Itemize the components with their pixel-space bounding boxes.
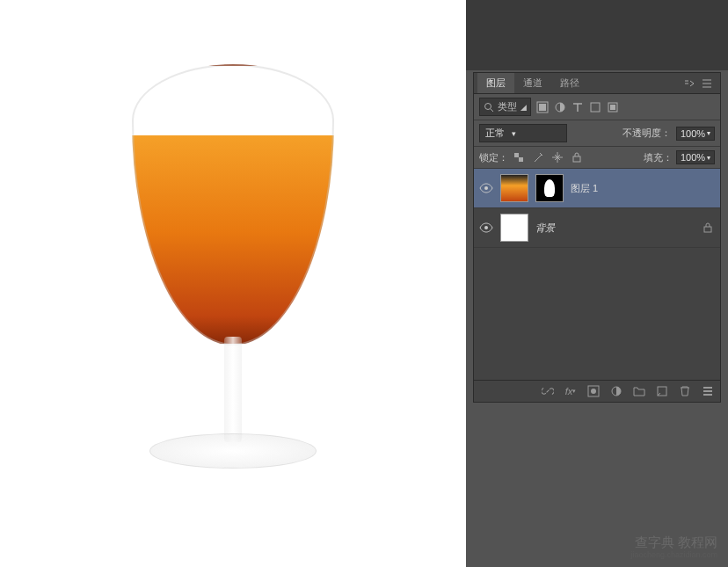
glass-stem (224, 337, 242, 442)
visibility-toggle[interactable] (479, 221, 493, 235)
svg-point-14 (591, 389, 596, 394)
layers-panel: 图层 通道 路径 类型 ◢ (473, 72, 721, 403)
lock-indicator-icon (703, 222, 715, 233)
new-group-icon[interactable] (632, 384, 646, 398)
filter-search[interactable]: 类型 ◢ (479, 98, 531, 116)
add-mask-icon[interactable] (586, 384, 601, 398)
new-adjustment-icon[interactable] (609, 384, 623, 398)
svg-rect-18 (703, 390, 712, 392)
svg-rect-19 (703, 394, 712, 396)
blend-opacity-row: 正常 不透明度： 100% (474, 120, 720, 147)
lock-label: 锁定： (479, 151, 508, 164)
svg-point-11 (484, 226, 488, 229)
glass-bowl (132, 64, 334, 345)
search-icon (484, 102, 494, 113)
fill-label: 填充： (644, 151, 673, 164)
blend-mode-value: 正常 (485, 127, 505, 140)
delete-layer-icon[interactable] (678, 384, 692, 398)
svg-rect-17 (703, 387, 712, 389)
filter-row: 类型 ◢ (474, 94, 720, 120)
filter-adjustment-icon[interactable] (554, 101, 566, 113)
visibility-toggle[interactable] (479, 181, 493, 195)
filter-type-icon[interactable] (571, 101, 584, 113)
filter-smart-icon[interactable] (607, 101, 619, 113)
layer-effects-icon[interactable]: fx▾ (564, 384, 578, 398)
lock-row: 锁定： 填充： 100% (474, 147, 720, 169)
panels-sidebar: 图层 通道 路径 类型 ◢ (466, 0, 728, 567)
watermark-sub: jiaocheng.chazidian.com (630, 550, 717, 560)
fill-value: 100% (681, 152, 705, 163)
svg-rect-8 (519, 157, 523, 162)
tab-layers[interactable]: 图层 (477, 73, 514, 93)
lock-pixels-icon[interactable] (531, 150, 545, 164)
filter-pixel-icon[interactable] (536, 101, 549, 113)
layer-row[interactable]: 图层 1 (474, 169, 720, 208)
svg-rect-12 (704, 227, 711, 232)
layer-thumbnail[interactable] (500, 174, 528, 202)
layers-bottom-toolbar: fx▾ (474, 380, 720, 402)
bottom-menu-icon[interactable] (701, 384, 715, 398)
watermark: 查字典 教程网 jiaocheng.chazidian.com (630, 534, 717, 560)
tab-paths[interactable]: 路径 (551, 73, 588, 93)
top-dark-area (466, 0, 728, 70)
fill-input[interactable]: 100% (676, 150, 715, 164)
svg-rect-4 (591, 103, 600, 112)
layer-name[interactable]: 背景 (535, 222, 695, 235)
blend-mode-dropdown[interactable]: 正常 (479, 124, 567, 142)
watermark-main: 查字典 教程网 (630, 534, 717, 550)
layer-name[interactable]: 图层 1 (571, 182, 715, 195)
filter-shape-icon[interactable] (589, 101, 601, 113)
tab-channels[interactable]: 通道 (514, 73, 551, 93)
filter-kind-label: 类型 (498, 100, 517, 113)
opacity-value: 100% (681, 128, 705, 139)
opacity-input[interactable]: 100% (676, 127, 715, 141)
lock-all-icon[interactable] (570, 150, 584, 164)
panel-tabs: 图层 通道 路径 (474, 73, 720, 94)
svg-rect-6 (610, 105, 615, 110)
layer-thumbnail[interactable] (500, 214, 528, 242)
layer-row[interactable]: 背景 (474, 208, 720, 248)
svg-point-0 (485, 103, 491, 109)
panel-menu-icon[interactable] (701, 77, 713, 90)
link-layers-icon[interactable] (541, 384, 555, 398)
layer-mask-thumbnail[interactable] (535, 174, 564, 202)
layers-list: 图层 1 背景 (474, 169, 720, 380)
new-layer-icon[interactable] (655, 384, 669, 398)
glass-base (149, 433, 317, 469)
lock-transparency-icon[interactable] (512, 150, 526, 164)
lock-position-icon[interactable] (550, 150, 564, 164)
opacity-label: 不透明度： (622, 127, 671, 140)
collapse-icon[interactable] (683, 77, 695, 90)
canvas-area[interactable] (0, 0, 466, 567)
svg-point-10 (484, 186, 488, 190)
svg-rect-7 (514, 153, 519, 157)
svg-rect-9 (573, 156, 580, 162)
svg-rect-2 (539, 104, 546, 111)
glass-content-image (110, 47, 356, 486)
